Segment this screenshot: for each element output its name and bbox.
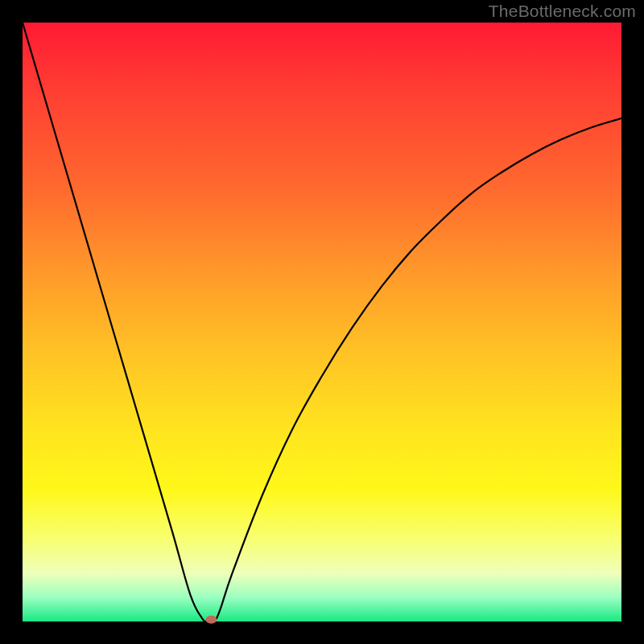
chart-frame: TheBottleneck.com (0, 0, 644, 644)
plot-area (23, 23, 621, 621)
bottleneck-curve (23, 23, 621, 622)
curve-layer (23, 23, 621, 621)
optimum-marker (205, 616, 217, 624)
watermark-text: TheBottleneck.com (489, 2, 636, 21)
